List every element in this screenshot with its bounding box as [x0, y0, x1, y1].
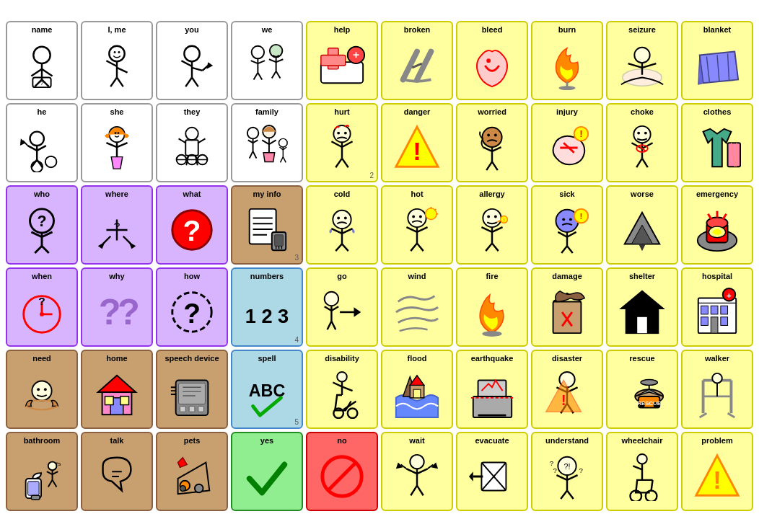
cell-choke[interactable]: choke: [606, 103, 678, 182]
cell-who[interactable]: who ?: [6, 185, 78, 265]
svg-line-164: [335, 244, 342, 251]
svg-line-299: [728, 413, 735, 417]
cell-bathroom[interactable]: bathroom *s: [6, 432, 78, 511]
cell-damage[interactable]: damage: [531, 267, 603, 347]
cell-label-family: family: [255, 107, 278, 116]
cell-emergency[interactable]: emergency: [681, 185, 753, 265]
svg-line-28: [254, 72, 258, 79]
svg-line-173: [417, 243, 424, 251]
cell-spell[interactable]: spell ABC 5: [231, 350, 303, 429]
cell-cold[interactable]: cold: [306, 185, 378, 265]
cell-they[interactable]: they: [156, 103, 228, 182]
cell-walker[interactable]: walker: [681, 350, 753, 429]
cell-label-danger: danger: [404, 107, 431, 116]
cell-wheelchair[interactable]: wheelchair: [606, 432, 678, 511]
cell-understand[interactable]: understand ?! ? ? ?: [531, 432, 603, 511]
cell-icon-worried: [460, 116, 525, 179]
cell-label-evacuate: evacuate: [475, 436, 509, 445]
cell-worried[interactable]: worried: [456, 103, 528, 182]
svg-point-300: [712, 373, 722, 383]
cell-label-hospital: hospital: [702, 272, 732, 280]
cell-family[interactable]: family: [231, 103, 303, 182]
cell-allergy[interactable]: allergy !: [456, 185, 528, 265]
cell-earthquake[interactable]: earthquake: [456, 350, 528, 429]
cell-disaster[interactable]: disaster !: [531, 350, 603, 429]
cell-what[interactable]: what ?: [156, 185, 228, 265]
cell-label-go: go: [337, 272, 346, 280]
svg-line-163: [342, 229, 353, 234]
cell-icon-damage: [535, 280, 600, 343]
cell-label-how: how: [184, 272, 200, 280]
cell-he[interactable]: he: [6, 103, 78, 182]
cell-problem[interactable]: problem !: [681, 432, 753, 511]
svg-line-85: [250, 151, 253, 158]
svg-line-341: [561, 490, 567, 499]
cell-i_me[interactable]: I, me: [81, 21, 153, 100]
cell-icon-earthquake: [460, 363, 525, 425]
cell-shelter[interactable]: shelter: [606, 267, 678, 347]
cell-where[interactable]: where ?: [81, 185, 153, 265]
cell-yes[interactable]: yes: [231, 432, 303, 511]
cell-icon-you: [159, 34, 224, 97]
cell-speech_device[interactable]: speech device: [156, 350, 228, 429]
cell-fire[interactable]: fire: [456, 267, 528, 347]
svg-line-29: [258, 72, 262, 79]
cell-help[interactable]: help +: [306, 21, 378, 100]
cell-wind[interactable]: wind: [381, 267, 453, 347]
cell-need[interactable]: need: [6, 350, 78, 429]
cell-label-understand: understand: [545, 436, 589, 445]
svg-line-125: [636, 158, 642, 167]
svg-line-162: [331, 229, 342, 234]
cell-talk[interactable]: talk: [81, 432, 153, 511]
cell-danger[interactable]: danger !: [381, 103, 453, 182]
svg-line-203: [708, 213, 711, 219]
cell-why[interactable]: why ? ?: [81, 267, 153, 347]
cell-numbers[interactable]: numbers 1 2 3 4: [231, 267, 303, 347]
cell-we[interactable]: we: [231, 21, 303, 100]
svg-rect-238: [721, 316, 728, 325]
cell-home[interactable]: home: [81, 350, 153, 429]
cell-label-what: what: [183, 190, 201, 198]
svg-point-189: [562, 218, 565, 221]
cell-rescue[interactable]: rescue RESCUE: [606, 350, 678, 429]
cell-icon-clothes: [685, 116, 750, 179]
cell-my_info[interactable]: my info 3: [231, 185, 303, 265]
cell-worse[interactable]: worse: [606, 185, 678, 265]
cell-icon-hospital: +: [685, 280, 750, 343]
cell-broken[interactable]: broken: [381, 21, 453, 100]
cell-when[interactable]: when ?: [6, 267, 78, 347]
cell-wait[interactable]: wait: [381, 432, 453, 511]
cell-evacuate[interactable]: evacuate: [456, 432, 528, 511]
cell-clothes[interactable]: clothes: [681, 103, 753, 182]
cell-hospital[interactable]: hospital +: [681, 267, 753, 347]
svg-point-289: [641, 379, 657, 385]
svg-line-195: [567, 231, 576, 236]
cell-injury[interactable]: injury !: [531, 103, 603, 182]
cell-you[interactable]: you: [156, 21, 228, 100]
cell-disability[interactable]: disability: [306, 350, 378, 429]
cell-how[interactable]: how ?: [156, 267, 228, 347]
cell-she[interactable]: she: [81, 103, 153, 182]
cell-label-wind: wind: [408, 272, 426, 280]
cell-name[interactable]: name ?: [6, 21, 78, 100]
cell-number-my_info: 3: [294, 254, 299, 262]
cell-burn[interactable]: burn: [531, 21, 603, 100]
cell-sick[interactable]: sick !: [531, 185, 603, 265]
cell-icon-talk: [84, 445, 149, 507]
cell-hot[interactable]: hot: [381, 185, 453, 265]
cell-no[interactable]: no: [306, 432, 378, 511]
cell-seizure[interactable]: seizure: [606, 21, 678, 100]
svg-line-265: [333, 382, 342, 386]
cell-hurt[interactable]: hurt 2: [306, 103, 378, 182]
svg-line-113: [486, 161, 492, 170]
cell-pets[interactable]: pets: [156, 432, 228, 511]
cell-blanket[interactable]: blanket: [681, 21, 753, 100]
svg-line-68: [117, 143, 128, 147]
cell-icon-danger: !: [385, 116, 449, 179]
cell-flood[interactable]: flood: [381, 350, 453, 429]
cell-bleed[interactable]: bleed: [456, 21, 528, 100]
cell-go[interactable]: go: [306, 267, 378, 347]
cell-icon-home: [84, 363, 149, 425]
cell-icon-who: ?: [9, 198, 74, 261]
svg-point-217: [325, 291, 338, 305]
